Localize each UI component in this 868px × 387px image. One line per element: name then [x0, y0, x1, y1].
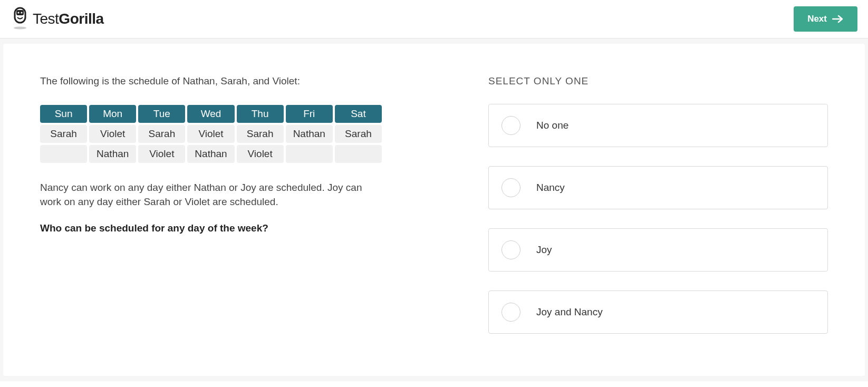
- schedule-cell: Violet: [138, 145, 185, 163]
- next-button[interactable]: Next: [794, 6, 857, 32]
- question-prompt: Who can be scheduled for any day of the …: [40, 222, 409, 234]
- svg-point-3: [21, 12, 22, 13]
- answer-option[interactable]: Joy: [488, 228, 828, 272]
- schedule-header: Sat: [335, 105, 382, 123]
- schedule-cell: Violet: [187, 125, 234, 143]
- schedule-header: Mon: [89, 105, 136, 123]
- answer-instruction: SELECT ONLY ONE: [488, 75, 828, 87]
- options-list: No one Nancy Joy Joy and Nancy: [488, 104, 828, 334]
- schedule-header: Fri: [286, 105, 333, 123]
- question-note: Nancy can work on any day either Nathan …: [40, 181, 383, 209]
- schedule-cell: [286, 145, 333, 163]
- schedule-cell: [40, 145, 87, 163]
- brand-text: TestGorilla: [33, 11, 104, 27]
- schedule-cell: Nathan: [286, 125, 333, 143]
- option-label: Nancy: [536, 182, 565, 193]
- schedule-header: Tue: [138, 105, 185, 123]
- schedule-header: Sun: [40, 105, 87, 123]
- schedule-cell: Violet: [237, 145, 284, 163]
- header: TestGorilla Next: [0, 0, 868, 38]
- answer-panel: SELECT ONLY ONE No one Nancy Joy Joy and…: [488, 75, 828, 334]
- radio-icon: [501, 178, 520, 197]
- schedule-cell: Sarah: [138, 125, 185, 143]
- schedule-cell: Nathan: [187, 145, 234, 163]
- brand-logo: TestGorilla: [11, 7, 104, 31]
- schedule-cell: Sarah: [335, 125, 382, 143]
- schedule-cell: [335, 145, 382, 163]
- gorilla-icon: [11, 7, 30, 31]
- question-card: The following is the schedule of Nathan,…: [3, 44, 865, 376]
- radio-icon: [501, 240, 520, 259]
- schedule-cell: Sarah: [40, 125, 87, 143]
- schedule-header: Wed: [187, 105, 234, 123]
- schedule-header: Thu: [237, 105, 284, 123]
- option-label: Joy and Nancy: [536, 306, 603, 318]
- svg-point-2: [17, 12, 19, 13]
- question-panel: The following is the schedule of Nathan,…: [40, 75, 409, 334]
- schedule-table: Sun Mon Tue Wed Thu Fri Sat Sarah Violet…: [40, 105, 382, 163]
- answer-option[interactable]: Nancy: [488, 166, 828, 209]
- next-button-label: Next: [807, 14, 827, 24]
- radio-icon: [501, 116, 520, 135]
- answer-option[interactable]: No one: [488, 104, 828, 147]
- svg-rect-1: [16, 10, 24, 15]
- schedule-cell: Violet: [89, 125, 136, 143]
- schedule-cell: Sarah: [237, 125, 284, 143]
- option-label: No one: [536, 120, 568, 131]
- arrow-right-icon: [832, 14, 844, 24]
- answer-option[interactable]: Joy and Nancy: [488, 291, 828, 334]
- schedule-cell: Nathan: [89, 145, 136, 163]
- option-label: Joy: [536, 244, 552, 256]
- svg-point-4: [14, 27, 26, 30]
- main-area: The following is the schedule of Nathan,…: [0, 38, 868, 381]
- radio-icon: [501, 303, 520, 322]
- question-intro: The following is the schedule of Nathan,…: [40, 75, 409, 87]
